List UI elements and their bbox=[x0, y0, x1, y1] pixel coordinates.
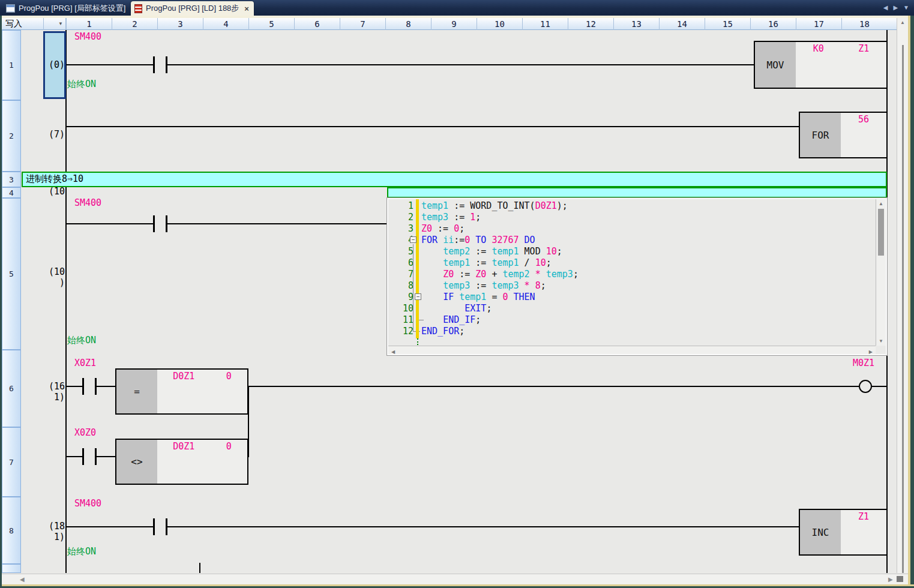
st-code-line[interactable]: Z0 := Z0 + temp2 * temp3; bbox=[421, 269, 579, 280]
contact-sm400-rung5[interactable] bbox=[153, 215, 167, 232]
tab-progpou-ld[interactable]: ProgPou [PRG] [LD] 188步 × bbox=[131, 1, 254, 16]
fold-collapse-icon[interactable]: − bbox=[410, 236, 416, 243]
st-code-line[interactable]: temp1 := temp1 / 10; bbox=[421, 257, 552, 269]
scroll-left-icon[interactable]: ◀ bbox=[391, 348, 395, 356]
scroll-up-icon[interactable]: ▲ bbox=[900, 20, 905, 25]
st-edit-gutter-bar bbox=[416, 199, 419, 338]
st-code-line[interactable]: IF temp1 = 0 THEN bbox=[421, 292, 535, 303]
row-header-5[interactable]: 5 bbox=[2, 198, 21, 350]
st-token bbox=[421, 292, 443, 302]
main-vertical-scrollbar[interactable]: ▲ bbox=[897, 18, 908, 573]
contact-sm400-rung1[interactable] bbox=[153, 56, 167, 73]
compare-ne-block[interactable]: <> D0Z1 0 bbox=[115, 439, 248, 485]
st-code-line[interactable]: temp3 := temp3 * 8; bbox=[421, 280, 546, 292]
mov-instruction-block[interactable]: MOV K0 Z1 bbox=[754, 41, 888, 89]
st-token: := bbox=[470, 280, 492, 291]
rung6-wire bbox=[872, 386, 886, 387]
st-code-line[interactable]: END_IF; bbox=[421, 314, 481, 326]
column-header-18[interactable]: 18 bbox=[841, 18, 887, 30]
st-token: ; bbox=[546, 257, 552, 268]
contact-sm400-rung8[interactable] bbox=[153, 518, 167, 535]
for-instruction-block[interactable]: FOR 56 bbox=[799, 112, 888, 158]
st-token: := bbox=[470, 257, 492, 268]
column-header-15[interactable]: 15 bbox=[705, 18, 750, 30]
vscroll-thumb[interactable] bbox=[902, 45, 904, 573]
st-token bbox=[470, 235, 475, 245]
column-header-6[interactable]: 6 bbox=[294, 18, 340, 30]
coil-m0z1[interactable] bbox=[859, 380, 872, 393]
st-code-line[interactable]: temp3 := 1; bbox=[421, 212, 481, 223]
ladder-doc-icon bbox=[134, 4, 142, 13]
st-vertical-scrollbar[interactable]: ▲ ▼ bbox=[876, 199, 886, 346]
scroll-up-icon[interactable]: ▲ bbox=[879, 201, 883, 206]
st-code-line[interactable]: END_FOR; bbox=[421, 326, 465, 337]
scroll-right-icon[interactable]: ▶ bbox=[888, 576, 893, 583]
st-token: ; bbox=[541, 280, 546, 291]
instruction-name: MOV bbox=[755, 42, 796, 88]
column-header-9[interactable]: 9 bbox=[431, 18, 477, 30]
column-header-7[interactable]: 7 bbox=[340, 18, 385, 30]
rung7-wire bbox=[97, 456, 115, 457]
scroll-right-icon[interactable]: ▶ bbox=[869, 348, 873, 356]
st-token: temp1 bbox=[421, 200, 448, 211]
st-line-number: 5 bbox=[392, 246, 413, 257]
row-header-1[interactable]: 1 bbox=[2, 30, 21, 100]
tab-list-menu-icon[interactable]: ▼ bbox=[903, 4, 909, 11]
header-dropdown-cell[interactable]: ▼ bbox=[44, 18, 66, 30]
column-header-16[interactable]: 16 bbox=[750, 18, 796, 30]
scroll-left-icon[interactable]: ◀ bbox=[20, 576, 25, 583]
statement-comment-row[interactable]: 进制转换8⇒10 bbox=[22, 172, 887, 187]
st-box-header-band[interactable] bbox=[387, 187, 887, 198]
row-header-7[interactable]: 7 bbox=[2, 427, 21, 497]
inc-instruction-block[interactable]: INC Z1 bbox=[799, 509, 888, 556]
column-header-5[interactable]: 5 bbox=[248, 18, 294, 30]
st-code-line[interactable]: temp2 := temp1 MOD 10; bbox=[421, 246, 562, 257]
st-code-line[interactable]: Z0 := 0; bbox=[421, 223, 465, 235]
contact-x0z1[interactable] bbox=[82, 378, 97, 395]
column-header-3[interactable]: 3 bbox=[157, 18, 203, 30]
st-token: 32767 bbox=[492, 235, 519, 245]
st-code-line[interactable]: EXIT; bbox=[421, 303, 492, 314]
compare-eq-block[interactable]: = D0Z1 0 bbox=[115, 368, 248, 415]
scroll-tabs-left-icon[interactable]: ◀ bbox=[883, 4, 888, 11]
st-vscroll-thumb[interactable] bbox=[878, 209, 884, 256]
device-label: SM400 bbox=[74, 31, 101, 42]
st-token: 10 bbox=[546, 246, 557, 257]
fold-collapse-icon[interactable]: − bbox=[415, 293, 421, 300]
column-header-11[interactable]: 11 bbox=[522, 18, 568, 30]
rung1-wire bbox=[67, 64, 754, 65]
instruction-name: <> bbox=[116, 440, 157, 484]
rung6-wire bbox=[248, 386, 859, 387]
st-code-area[interactable]: 1temp1 := WORD_TO_INT(D0Z1);2temp3 := 1;… bbox=[388, 199, 876, 346]
column-header-10[interactable]: 10 bbox=[477, 18, 522, 30]
st-code-line[interactable]: FOR ii:=0 TO 32767 DO bbox=[421, 235, 535, 246]
step-number: (10 bbox=[37, 266, 65, 277]
row-header-6[interactable]: 6 bbox=[2, 350, 21, 427]
tab-progpou-local-labels[interactable]: ProgPou [PRG] [局部标签设置] bbox=[2, 1, 131, 16]
row-header-2[interactable]: 2 bbox=[2, 100, 21, 172]
row-header-8[interactable]: 8 bbox=[2, 497, 21, 564]
column-header-14[interactable]: 14 bbox=[659, 18, 705, 30]
row-header-3[interactable]: 3 bbox=[2, 172, 21, 187]
column-header-4[interactable]: 4 bbox=[203, 18, 248, 30]
st-token: temp3 bbox=[421, 212, 448, 223]
column-header-8[interactable]: 8 bbox=[385, 18, 431, 30]
scroll-down-icon[interactable]: ▼ bbox=[879, 338, 883, 344]
inline-st-box[interactable]: 1temp1 := WORD_TO_INT(D0Z1);2temp3 := 1;… bbox=[387, 198, 887, 355]
main-horizontal-scrollbar[interactable]: ◀ ▶ bbox=[2, 574, 908, 584]
scroll-tabs-right-icon[interactable]: ▶ bbox=[893, 4, 898, 11]
column-header-13[interactable]: 13 bbox=[613, 18, 659, 30]
device-label: SM400 bbox=[74, 498, 101, 509]
contact-x0z0[interactable] bbox=[82, 448, 97, 465]
column-header-1[interactable]: 1 bbox=[66, 18, 112, 30]
write-mode-cell[interactable]: 写入 bbox=[2, 18, 44, 30]
column-header-12[interactable]: 12 bbox=[568, 18, 613, 30]
st-code-line[interactable]: temp1 := WORD_TO_INT(D0Z1); bbox=[421, 200, 568, 212]
column-header-17[interactable]: 17 bbox=[796, 18, 841, 30]
row-header-4[interactable]: 4 bbox=[2, 187, 21, 198]
st-token: FOR bbox=[421, 235, 437, 245]
row-header-partial[interactable] bbox=[2, 564, 21, 573]
st-horizontal-scrollbar[interactable]: ◀ ▶ bbox=[388, 346, 876, 354]
column-header-2[interactable]: 2 bbox=[112, 18, 157, 30]
close-tab-icon[interactable]: × bbox=[244, 4, 249, 13]
